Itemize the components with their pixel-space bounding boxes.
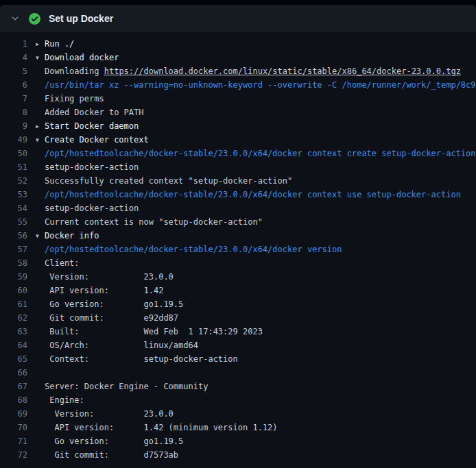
line-content: Context: setup-docker-action xyxy=(36,352,476,366)
log-group-toggle[interactable]: ▼Docker info xyxy=(36,229,476,243)
line-content: setup-docker-action xyxy=(36,160,476,174)
log-line: 8Added Docker to PATH xyxy=(0,106,476,119)
triangle-down-icon[interactable]: ▼ xyxy=(36,230,45,243)
line-content xyxy=(36,366,476,380)
log-line: 65 Context: setup-docker-action xyxy=(0,352,476,366)
line-content: /usr/bin/tar xz --warning=no-unknown-key… xyxy=(36,78,476,92)
log-line: 53/opt/hostedtoolcache/docker-stable/23.… xyxy=(0,188,476,201)
line-content: Built: Wed Feb 1 17:43:29 2023 xyxy=(36,325,476,338)
step-title: Set up Docker xyxy=(49,13,113,24)
line-number[interactable]: 62 xyxy=(0,311,36,325)
log-line: 70 API version: 1.42 (minimum version 1.… xyxy=(0,421,476,434)
success-check-icon xyxy=(29,13,40,25)
log-line: 64 OS/Arch: linux/amd64 xyxy=(0,338,476,352)
log-line: 72 Git commit: d7573ab xyxy=(0,448,476,462)
triangle-down-icon[interactable]: ▼ xyxy=(36,51,45,64)
log-group-toggle[interactable]: ▼Create Docker context xyxy=(36,133,476,147)
line-content: /opt/hostedtoolcache/docker-stable/23.0.… xyxy=(36,243,476,256)
line-number[interactable]: 53 xyxy=(0,188,36,201)
log-container: 1▶Run ./4▼Download docker5Downloading ht… xyxy=(0,32,476,468)
log-line[interactable]: 56▼Docker info xyxy=(0,229,476,243)
log-line: 63 Built: Wed Feb 1 17:43:29 2023 xyxy=(0,325,476,338)
log-line: 54setup-docker-action xyxy=(0,201,476,215)
log-line: 68 Engine: xyxy=(0,393,476,407)
log-line: 7Fixing perms xyxy=(0,92,476,106)
log-line: 57/opt/hostedtoolcache/docker-stable/23.… xyxy=(0,243,476,256)
log-group-toggle[interactable]: ▶Start Docker daemon xyxy=(36,119,476,133)
line-number[interactable]: 5 xyxy=(0,64,36,78)
triangle-down-icon[interactable]: ▼ xyxy=(36,134,45,147)
log-line: 59 Version: 23.0.0 xyxy=(0,270,476,284)
line-number[interactable]: 61 xyxy=(0,297,36,311)
log-line: 5Downloading https://download.docker.com… xyxy=(0,64,476,78)
log-line[interactable]: 49▼Create Docker context xyxy=(0,133,476,147)
line-number[interactable]: 56 xyxy=(0,229,36,243)
log-line: 62 Git commit: e92dd87 xyxy=(0,311,476,325)
log-group-toggle[interactable]: ▼Download docker xyxy=(36,51,476,64)
log-line: 52Successfully created context "setup-do… xyxy=(0,174,476,188)
line-number[interactable]: 49 xyxy=(0,133,36,147)
log-line: 60 API version: 1.42 xyxy=(0,284,476,297)
line-number[interactable]: 67 xyxy=(0,380,36,393)
line-content: Successfully created context "setup-dock… xyxy=(36,174,476,188)
log-line[interactable]: 4▼Download docker xyxy=(0,51,476,64)
line-number[interactable]: 65 xyxy=(0,352,36,366)
line-number[interactable]: 51 xyxy=(0,160,36,174)
line-number[interactable]: 68 xyxy=(0,393,36,407)
line-number[interactable]: 54 xyxy=(0,201,36,215)
chevron-down-icon[interactable] xyxy=(10,14,21,23)
line-number[interactable]: 71 xyxy=(0,434,36,448)
line-number[interactable]: 4 xyxy=(0,51,36,64)
line-content: Git commit: d7573ab xyxy=(36,448,476,462)
log-line: 51setup-docker-action xyxy=(0,160,476,174)
line-content: /opt/hostedtoolcache/docker-stable/23.0.… xyxy=(36,147,476,160)
line-number[interactable]: 6 xyxy=(0,78,36,92)
line-number[interactable]: 55 xyxy=(0,215,36,229)
line-number[interactable]: 69 xyxy=(0,407,36,421)
line-number[interactable]: 1 xyxy=(0,37,36,51)
step-header[interactable]: Set up Docker xyxy=(0,5,476,32)
log-line[interactable]: 1▶Run ./ xyxy=(0,37,476,51)
line-number[interactable]: 8 xyxy=(0,106,36,119)
line-content: API version: 1.42 (minimum version 1.12) xyxy=(36,421,476,434)
log-line: 6/usr/bin/tar xz --warning=no-unknown-ke… xyxy=(0,78,476,92)
line-number[interactable]: 7 xyxy=(0,92,36,106)
log-group-toggle[interactable]: ▶Run ./ xyxy=(36,37,476,51)
line-content: Client: xyxy=(36,256,476,270)
log-line: 61 Go version: go1.19.5 xyxy=(0,297,476,311)
line-content: API version: 1.42 xyxy=(36,284,476,297)
line-number[interactable]: 52 xyxy=(0,174,36,188)
line-number[interactable]: 9 xyxy=(0,119,36,133)
line-number[interactable]: 60 xyxy=(0,284,36,297)
line-content: Engine: xyxy=(36,393,476,407)
triangle-right-icon[interactable]: ▶ xyxy=(36,38,45,51)
line-content: setup-docker-action xyxy=(36,201,476,215)
log-line[interactable]: 9▶Start Docker daemon xyxy=(0,119,476,133)
line-number[interactable]: 72 xyxy=(0,448,36,462)
line-content: OS/Arch: linux/amd64 xyxy=(36,338,476,352)
log-url-link[interactable]: https://download.docker.com/linux/static… xyxy=(104,66,461,76)
line-content: Server: Docker Engine - Community xyxy=(36,380,476,393)
line-content: Git commit: e92dd87 xyxy=(36,311,476,325)
line-content: /opt/hostedtoolcache/docker-stable/23.0.… xyxy=(36,188,476,201)
line-number[interactable]: 70 xyxy=(0,421,36,434)
line-number[interactable]: 59 xyxy=(0,270,36,284)
log-line: 58Client: xyxy=(0,256,476,270)
line-content: Version: 23.0.0 xyxy=(36,270,476,284)
line-number[interactable]: 66 xyxy=(0,366,36,380)
triangle-right-icon[interactable]: ▶ xyxy=(36,120,45,133)
line-number[interactable]: 58 xyxy=(0,256,36,270)
line-number[interactable]: 57 xyxy=(0,243,36,256)
line-content: Current context is now "setup-docker-act… xyxy=(36,215,476,229)
line-number[interactable]: 64 xyxy=(0,338,36,352)
line-content: Go version: go1.19.5 xyxy=(36,297,476,311)
line-number[interactable]: 63 xyxy=(0,325,36,338)
log-line: 66 xyxy=(0,366,476,380)
step-panel: Set up Docker 1▶Run ./4▼Download docker5… xyxy=(0,5,476,468)
log-line: 50/opt/hostedtoolcache/docker-stable/23.… xyxy=(0,147,476,160)
line-number[interactable]: 50 xyxy=(0,147,36,160)
log-line: 71 Go version: go1.19.5 xyxy=(0,434,476,448)
line-content: Added Docker to PATH xyxy=(36,106,476,119)
line-content: Go version: go1.19.5 xyxy=(36,434,476,448)
line-content: Version: 23.0.0 xyxy=(36,407,476,421)
